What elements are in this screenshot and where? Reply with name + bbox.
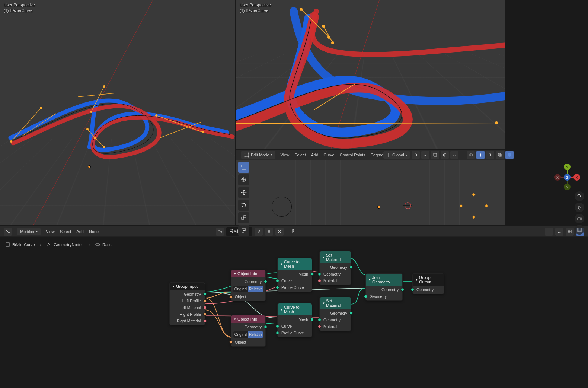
pin-toggle[interactable] — [290, 228, 295, 235]
node-canvas[interactable]: ▾Group Input Geometry Left Profile Left … — [0, 237, 588, 388]
snap-type[interactable] — [431, 151, 439, 159]
menu-curve[interactable]: Curve — [323, 153, 334, 157]
camera-icon[interactable] — [575, 214, 584, 223]
tool-cursor[interactable] — [238, 174, 249, 185]
socket-material[interactable] — [318, 325, 321, 328]
socket-geometry[interactable] — [276, 325, 279, 328]
node-set-material-2[interactable]: ▾Set Material Geometry Geometry Material — [319, 297, 351, 331]
gizmo-toggle[interactable] — [476, 151, 485, 159]
chevron-down-icon: ▾ — [234, 272, 236, 276]
parent-node-icon[interactable] — [545, 228, 553, 236]
socket-geometry[interactable] — [310, 318, 314, 321]
socket-label: Profile Curve — [281, 285, 304, 290]
socket-geometry[interactable] — [349, 312, 353, 315]
chevron-right-icon: › — [40, 242, 42, 247]
viewport-bottom-right[interactable] — [236, 160, 505, 225]
pan-icon[interactable] — [575, 203, 584, 212]
socket-object[interactable] — [203, 299, 207, 303]
socket-geometry[interactable] — [276, 279, 279, 283]
pin-icon[interactable] — [255, 228, 263, 236]
menu-add[interactable]: Add — [76, 229, 84, 234]
socket-object[interactable] — [203, 313, 207, 316]
fake-user-icon[interactable] — [265, 228, 273, 236]
node-group-input[interactable]: ▾Group Input Geometry Left Profile Left … — [169, 282, 205, 325]
modifier-type[interactable]: Modifier ▾ — [17, 228, 41, 235]
crumb-object[interactable]: BézierCurve — [4, 241, 36, 248]
socket-object[interactable] — [229, 341, 233, 344]
viewport-top-right[interactable]: User Perspective (1) BézierCurve — [236, 0, 505, 149]
svg-point-22 — [327, 36, 330, 39]
crumb-group[interactable]: Rails — [94, 241, 113, 248]
tool-transform[interactable] — [238, 225, 249, 236]
crumb-modifier[interactable]: GeometryNodes — [45, 241, 85, 248]
xray-toggle[interactable] — [496, 151, 504, 159]
socket-geometry[interactable] — [318, 318, 321, 322]
snap-node-icon[interactable] — [555, 228, 563, 236]
socket-object[interactable] — [229, 295, 233, 299]
shading-button[interactable] — [505, 151, 514, 159]
socket-geometry[interactable] — [318, 273, 321, 276]
socket-geometry[interactable] — [411, 288, 414, 292]
grid-icon[interactable] — [575, 225, 584, 235]
socket-geometry[interactable] — [264, 280, 267, 283]
socket-material[interactable] — [203, 319, 207, 323]
proportional-edit[interactable] — [441, 151, 449, 159]
snap-node-type[interactable] — [566, 228, 574, 236]
socket-material[interactable] — [203, 306, 207, 309]
snap-toggle[interactable] — [421, 151, 429, 159]
node-object-info-2[interactable]: ▾Object Info Geometry OriginalRelative O… — [231, 315, 266, 347]
object-name: (1) BézierCurve — [4, 8, 35, 13]
transform-space-toggle[interactable]: OriginalRelative — [233, 286, 263, 292]
svg-rect-87 — [96, 244, 99, 246]
tool-move[interactable] — [238, 187, 249, 198]
tool-rotate[interactable] — [238, 200, 249, 211]
menu-node[interactable]: Node — [89, 229, 99, 234]
node-join-geometry[interactable]: ▾Join Geometry Geometry Geometry — [365, 273, 403, 301]
socket-material[interactable] — [318, 279, 321, 283]
tool-select-box[interactable] — [238, 162, 249, 173]
toggle-original[interactable]: Original — [233, 331, 248, 338]
modifier-icon — [47, 242, 51, 247]
viewport-top-left[interactable]: User Perspective (1) BézierCurve — [0, 0, 235, 225]
menu-add[interactable]: Add — [311, 153, 319, 157]
proportional-falloff[interactable] — [450, 151, 458, 159]
socket-geometry[interactable] — [264, 325, 267, 329]
socket-geometry[interactable] — [276, 286, 279, 289]
zoom-icon[interactable] — [575, 191, 584, 201]
tool-scale[interactable] — [238, 212, 249, 223]
node-group-output[interactable]: ▾Group Output Geometry — [412, 273, 444, 294]
menu-select[interactable]: Select — [294, 153, 306, 157]
transform-space-toggle[interactable]: OriginalRelative — [233, 331, 263, 338]
nav-gizmo[interactable]: Y X X Y Z — [554, 164, 581, 191]
node-curve-to-mesh-2[interactable]: ▾Curve to Mesh Mesh Curve Profile Curve — [277, 303, 312, 337]
socket-label: Geometry — [330, 265, 347, 270]
socket-geometry[interactable] — [349, 266, 353, 269]
node-title: Set Material — [326, 299, 344, 308]
socket-geometry[interactable] — [276, 331, 279, 335]
socket-geometry[interactable] — [203, 293, 207, 296]
transform-orientation[interactable]: Global ▾ — [383, 151, 410, 159]
editor-type-icon[interactable] — [4, 228, 12, 236]
socket-geometry[interactable] — [364, 295, 367, 298]
overlays-toggle[interactable] — [486, 151, 494, 159]
visibility-toggle[interactable] — [467, 151, 475, 159]
node-object-info-1[interactable]: ▾Object Info Geometry OriginalRelative O… — [231, 270, 266, 301]
menu-control-points[interactable]: Control Points — [340, 153, 365, 157]
node-editor[interactable]: Modifier ▾ View Select Add Node Rails Bé… — [0, 226, 588, 388]
socket-geometry[interactable] — [310, 273, 314, 276]
browse-tree-icon[interactable] — [216, 228, 224, 236]
view-name: User Perspective — [240, 2, 271, 8]
mode-selector[interactable]: Edit Mode ▾ — [241, 151, 275, 159]
unlink-icon[interactable] — [275, 228, 284, 236]
toggle-relative[interactable]: Relative — [248, 286, 263, 292]
menu-select[interactable]: Select — [60, 229, 71, 234]
socket-label: Object — [235, 340, 246, 344]
toggle-original[interactable]: Original — [233, 286, 248, 292]
menu-view[interactable]: View — [281, 153, 290, 157]
socket-geometry[interactable] — [401, 288, 404, 292]
node-set-material-1[interactable]: ▾Set Material Geometry Geometry Material — [319, 251, 351, 285]
menu-view[interactable]: View — [46, 229, 55, 234]
node-curve-to-mesh-1[interactable]: ▾Curve to Mesh Mesh Curve Profile Curve — [277, 258, 312, 292]
pivot-point[interactable] — [412, 151, 420, 159]
toggle-relative[interactable]: Relative — [248, 331, 263, 338]
